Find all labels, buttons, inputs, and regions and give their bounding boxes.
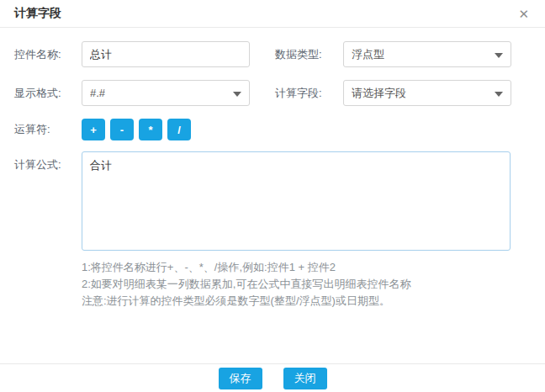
row-formula: 计算公式: <box>14 151 531 251</box>
data-type-label: 数据类型: <box>275 47 343 62</box>
calculated-field-dialog: 计算字段 ✕ 控件名称: 数据类型: 浮点型 显示格式: #.# 计算字段: 请… <box>0 0 545 392</box>
operator-divide-button[interactable]: / <box>167 119 191 140</box>
dialog-body: 控件名称: 数据类型: 浮点型 显示格式: #.# 计算字段: 请选择字段 运算… <box>0 28 545 310</box>
data-type-select[interactable]: 浮点型 <box>343 41 511 67</box>
close-icon[interactable]: ✕ <box>516 6 531 22</box>
dialog-title: 计算字段 <box>14 6 61 21</box>
control-name-label: 控件名称: <box>14 47 82 62</box>
formula-textarea[interactable] <box>82 151 511 251</box>
calc-field-label: 计算字段: <box>275 86 343 101</box>
display-format-label: 显示格式: <box>14 86 82 101</box>
data-type-value: 浮点型 <box>352 47 384 62</box>
formula-label: 计算公式: <box>14 151 82 172</box>
display-format-select[interactable]: #.# <box>82 80 250 106</box>
help-text: 1:将控件名称进行+、-、*、/操作,例如:控件1 + 控件2 2:如要对明细表… <box>82 259 531 310</box>
help-line-1: 1:将控件名称进行+、-、*、/操作,例如:控件1 + 控件2 <box>82 259 531 276</box>
display-format-value: #.# <box>90 87 105 99</box>
operator-plus-button[interactable]: + <box>82 119 105 140</box>
help-line-2: 2:如要对明细表某一列数据累加,可在公式中直接写出明细表控件名称 <box>82 276 531 293</box>
chevron-down-icon <box>233 92 241 97</box>
calc-field-value: 请选择字段 <box>352 86 406 101</box>
help-line-3: 注意:进行计算的控件类型必须是数字型(整型/浮点型)或日期型。 <box>82 293 531 310</box>
dialog-footer: 保存 关闭 <box>0 363 545 392</box>
chevron-down-icon <box>495 92 503 97</box>
operator-minus-button[interactable]: - <box>110 119 134 140</box>
row-name-type: 控件名称: 数据类型: 浮点型 <box>14 41 531 67</box>
dialog-header: 计算字段 ✕ <box>0 0 545 28</box>
operator-multiply-button[interactable]: * <box>139 119 162 140</box>
control-name-input[interactable] <box>82 41 250 67</box>
calc-field-select[interactable]: 请选择字段 <box>343 80 511 106</box>
operators-label: 运算符: <box>14 122 82 137</box>
row-format-field: 显示格式: #.# 计算字段: 请选择字段 <box>14 80 531 106</box>
row-operators: 运算符: + - * / <box>14 119 531 140</box>
close-button[interactable]: 关闭 <box>283 368 327 389</box>
save-button[interactable]: 保存 <box>219 368 262 389</box>
chevron-down-icon <box>495 53 503 58</box>
